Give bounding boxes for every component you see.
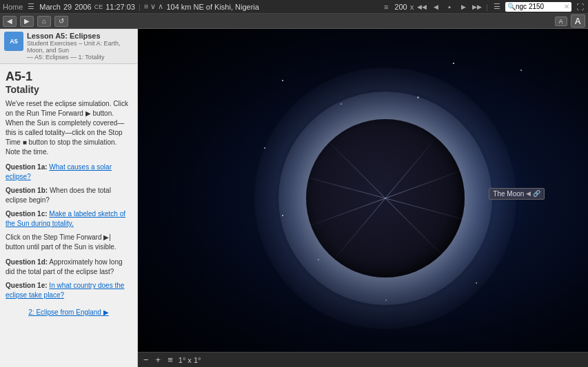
year-display: 2006 bbox=[74, 3, 91, 11]
lesson-header: A5 Lesson A5: Eclipses Student Exercises… bbox=[0, 29, 137, 64]
lesson-content: A5-1 Totality We've reset the eclipse si… bbox=[0, 64, 137, 367]
next-section-link[interactable]: 2: Eclipse from England ▶ bbox=[6, 304, 132, 320]
location-text: 104 km NE of Kishi, Nigeria bbox=[166, 3, 259, 11]
display-settings-icon[interactable]: ☰ bbox=[491, 1, 503, 12]
search-input[interactable] bbox=[516, 3, 564, 10]
question-1c: Question 1c: Make a labeled sketch of th… bbox=[6, 209, 132, 229]
sky-view[interactable]: The Moon ◀ 🔗 − + ≡ 1° x 1° bbox=[138, 29, 588, 367]
star-2 bbox=[341, 103, 342, 105]
intro-text: We've reset the eclipse simulation. Clic… bbox=[6, 99, 132, 157]
star-7 bbox=[520, 70, 522, 71]
nav-next-next-btn[interactable]: ▶▶ bbox=[472, 1, 483, 12]
question-1b: Question 1b: When does the total eclipse… bbox=[6, 186, 132, 205]
forward-button[interactable]: ▶ bbox=[20, 16, 34, 27]
moon-disk bbox=[306, 119, 465, 277]
font-large-button[interactable]: A bbox=[571, 14, 585, 28]
day-display: 29 bbox=[63, 3, 72, 11]
back-button[interactable]: ◀ bbox=[3, 16, 17, 27]
time-display: 11:27:03 bbox=[105, 3, 135, 11]
zoom-level: 200 bbox=[394, 3, 407, 11]
fov-icon[interactable]: ≡ bbox=[166, 355, 174, 365]
question-1e: Question 1e: In what country does the ec… bbox=[6, 281, 132, 300]
moon-label-text: The Moon bbox=[493, 190, 524, 198]
zoom-x: x bbox=[410, 3, 414, 11]
lesson-title: Lesson A5: Eclipses bbox=[27, 32, 133, 40]
lesson-breadcrumb: — A5: Eclipses — 1: Totality bbox=[27, 54, 133, 61]
question-1d: Question 1d: Approximately how long did … bbox=[6, 258, 132, 277]
main-layout: A5 Lesson A5: Eclipses Student Exercises… bbox=[0, 29, 588, 367]
section-id: A5-1 bbox=[6, 70, 132, 84]
star-9 bbox=[385, 300, 387, 301]
star-5 bbox=[282, 215, 283, 216]
section-title: Totality bbox=[6, 84, 132, 95]
font-small-button[interactable]: A bbox=[555, 17, 567, 26]
star-1 bbox=[282, 80, 283, 81]
moon-prev-btn[interactable]: ◀ bbox=[526, 190, 531, 197]
nav-stop-btn[interactable]: ▪ bbox=[444, 1, 455, 12]
lesson-icon: A5 bbox=[4, 32, 23, 51]
settings-icon[interactable]: ≡ bbox=[381, 1, 392, 12]
search-box[interactable]: 🔍 ✕ bbox=[505, 2, 571, 12]
nav-prev-btn[interactable]: ◀ bbox=[430, 1, 441, 12]
zoom-in-btn[interactable]: + bbox=[154, 355, 163, 365]
sky-bottom-bar: − + ≡ 1° x 1° bbox=[138, 352, 588, 367]
lesson-subtitle: Student Exercises – Unit A: Earth, Moon,… bbox=[27, 40, 133, 54]
star-4 bbox=[264, 147, 265, 149]
question-1a: Question 1a: What causes a solar eclipse… bbox=[6, 162, 132, 182]
left-panel: A5 Lesson A5: Eclipses Student Exercises… bbox=[0, 29, 138, 367]
nav-prev-prev-btn[interactable]: ◀◀ bbox=[416, 1, 427, 12]
nav-next-btn[interactable]: ▶ bbox=[458, 1, 469, 12]
ce-label: CE bbox=[94, 3, 103, 10]
lesson-info: Lesson A5: Eclipses Student Exercises – … bbox=[27, 32, 133, 61]
home-link[interactable]: Home bbox=[3, 3, 23, 11]
home-button[interactable]: ⌂ bbox=[37, 16, 51, 27]
month-display: March bbox=[39, 3, 61, 11]
search-clear-icon[interactable]: ✕ bbox=[564, 3, 569, 10]
location-icons: ≡ ∨ ∧ bbox=[144, 2, 164, 11]
refresh-button[interactable]: ↺ bbox=[54, 16, 68, 27]
zoom-out-btn[interactable]: − bbox=[142, 355, 150, 365]
step-text: Click on the Step Time Forward ▶| button… bbox=[6, 233, 132, 252]
top-toolbar: Home ☰ March 29 2006 CE 11:27:03 | ≡ ∨ ∧… bbox=[0, 0, 588, 14]
fullscreen-icon[interactable]: ⛶ bbox=[574, 1, 585, 12]
moon-label: The Moon ◀ 🔗 bbox=[489, 188, 545, 200]
menu-icon[interactable]: ☰ bbox=[26, 1, 37, 12]
search-icon: 🔍 bbox=[507, 3, 516, 10]
fov-display: 1° x 1° bbox=[179, 356, 201, 364]
moon-info-btn[interactable]: 🔗 bbox=[533, 190, 540, 197]
second-toolbar: ◀ ▶ ⌂ ↺ A A bbox=[0, 14, 588, 29]
